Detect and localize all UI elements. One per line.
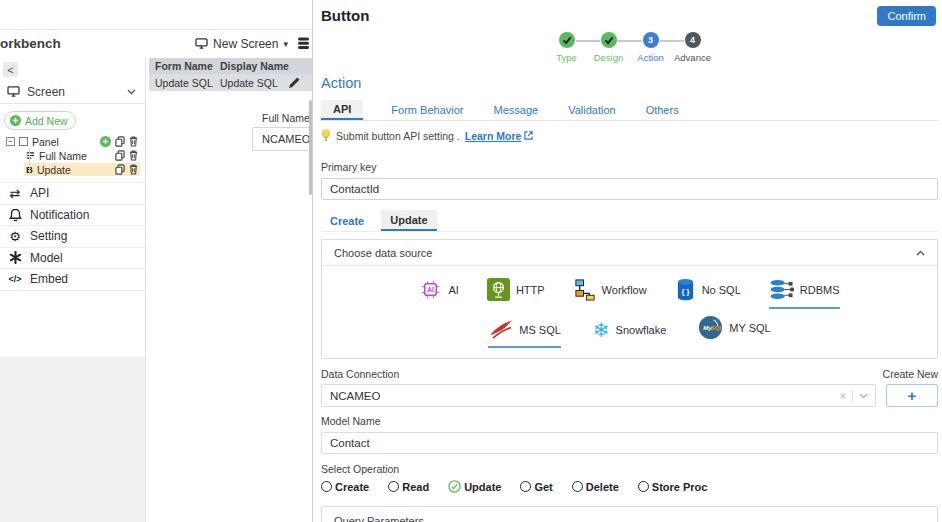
form-name-value: Update SQL [149,77,214,89]
step-circle-pending[interactable]: 4 [685,32,701,48]
monitor-icon [195,38,208,49]
choose-data-source-header[interactable]: Choose data source [322,240,937,266]
plus-circle-icon [10,115,21,126]
tab-create[interactable]: Create [321,210,373,231]
select-operation-label: Select Operation [321,463,938,475]
confirm-button[interactable]: Confirm [877,6,936,26]
mode-tabs: Create Update [321,210,938,232]
radio-create[interactable]: Create [321,481,369,493]
step-label: Action [637,52,663,63]
tab-form-behavior[interactable]: Form Behavior [389,100,465,120]
copy-icon[interactable] [115,150,125,161]
snowflake-icon: ❄ [593,320,610,340]
section-heading: Action [321,75,938,91]
trash-icon[interactable] [129,150,138,161]
full-name-input[interactable] [252,127,312,151]
add-new-label: Add New [25,115,68,127]
data-source-row: AI AI HTTP Workflow [322,266,937,309]
tree-label-update: Update [37,164,71,176]
step-circle-done[interactable] [559,32,575,48]
ai-icon: AI [419,278,442,301]
data-source-label: Workflow [602,284,647,296]
radio-store-proc[interactable]: Store Proc [638,481,708,493]
step-design: Design [588,32,630,63]
collapse-toggle-icon[interactable]: − [6,137,15,146]
sub-source-snowflake[interactable]: ❄ Snowflake [593,320,667,348]
sidebar-item-label: Setting [30,229,67,243]
panel-checkbox[interactable] [19,137,28,146]
caret-down-icon: ▾ [283,39,288,49]
chevron-up-icon[interactable] [916,250,925,256]
primary-key-input[interactable] [321,178,938,200]
mssql-icon [488,319,513,340]
step-advance: 4 Advance [672,32,714,63]
model-name-input[interactable] [321,432,938,454]
create-new-connection-button[interactable]: + [886,384,938,407]
sidebar-item-label: API [30,186,49,200]
data-source-ai[interactable]: AI AI [419,278,458,309]
tree-row-update[interactable]: B Update [24,163,140,176]
data-source-http[interactable]: HTTP [487,278,545,309]
table-header-form-name: Form Name [149,60,214,72]
operation-radio-group: Create Read Update Get [321,480,938,493]
data-source-workflow[interactable]: Workflow [573,278,647,309]
radio-read[interactable]: Read [388,481,429,493]
sidebar-item-model[interactable]: Model [0,248,145,270]
tab-validation[interactable]: Validation [566,100,618,120]
sidebar-item-setting[interactable]: ⚙ Setting [0,226,145,248]
step-label: Advance [674,52,711,63]
tree-row-full-name[interactable]: Full Name [24,149,140,162]
radio-get[interactable]: Get [520,481,552,493]
data-source-label: Snowflake [616,324,667,336]
pencil-icon[interactable] [288,77,300,89]
radio-delete[interactable]: Delete [572,481,619,493]
stack-icon[interactable] [298,37,309,50]
tab-message[interactable]: Message [491,100,540,120]
table-header-display-name: Display Name [214,60,312,72]
sidebar-item-api[interactable]: ⇄ API [0,183,145,205]
tree-row-panel[interactable]: − Panel [4,135,140,148]
workbench-title: orkbench [0,36,61,51]
sidebar-item-notification[interactable]: Notification [0,205,145,227]
sub-source-mssql[interactable]: MS SQL [488,319,561,348]
plus-circle-icon[interactable] [100,136,111,147]
model-name-label: Model Name [321,415,938,427]
copy-icon[interactable] [115,164,125,175]
primary-key-label: Primary key [321,161,938,173]
tab-others[interactable]: Others [644,100,681,120]
gear-icon: ⚙ [8,229,22,244]
trash-icon[interactable] [129,164,138,175]
screen-selector[interactable]: Screen [0,80,145,104]
step-circle-done[interactable] [601,32,617,48]
step-circle-active[interactable]: 3 [643,32,659,48]
sidebar-item-embed[interactable]: </> Embed [0,269,145,291]
chevron-down-icon[interactable] [859,393,868,399]
bell-icon [8,208,22,222]
back-button[interactable]: < [3,62,18,77]
learn-more-link[interactable]: Learn More [465,130,534,142]
add-new-button[interactable]: Add New [4,111,76,130]
new-screen-button[interactable]: New Screen ▾ [195,37,288,51]
code-brackets-icon: </> [8,274,22,284]
tab-update[interactable]: Update [381,210,436,231]
query-parameters-panel: Query Parameters [321,506,938,522]
info-row: Submit button API setting . Learn More [321,129,938,142]
copy-icon[interactable] [115,136,125,147]
step-label: Design [594,52,624,63]
data-connection-select[interactable]: NCAMEO × [321,384,876,407]
trash-icon[interactable] [129,136,138,147]
data-source-label: No SQL [702,284,741,296]
radio-icon [321,481,332,492]
radio-checked-icon [448,480,461,493]
screen-selector-label: Screen [27,85,65,99]
data-source-nosql[interactable]: { } No SQL [675,278,741,309]
data-source-rdbms[interactable]: RDBMS [769,278,840,309]
tab-api[interactable]: API [321,100,363,120]
clear-icon[interactable]: × [840,390,846,402]
step-type: Type [546,32,588,63]
radio-update-selected[interactable]: Update [448,480,501,493]
sidebar-filler [0,357,145,522]
sub-source-mysql[interactable]: MySQL MY SQL [698,315,770,348]
radio-label: Create [335,481,369,493]
svg-text:AI: AI [428,286,435,293]
